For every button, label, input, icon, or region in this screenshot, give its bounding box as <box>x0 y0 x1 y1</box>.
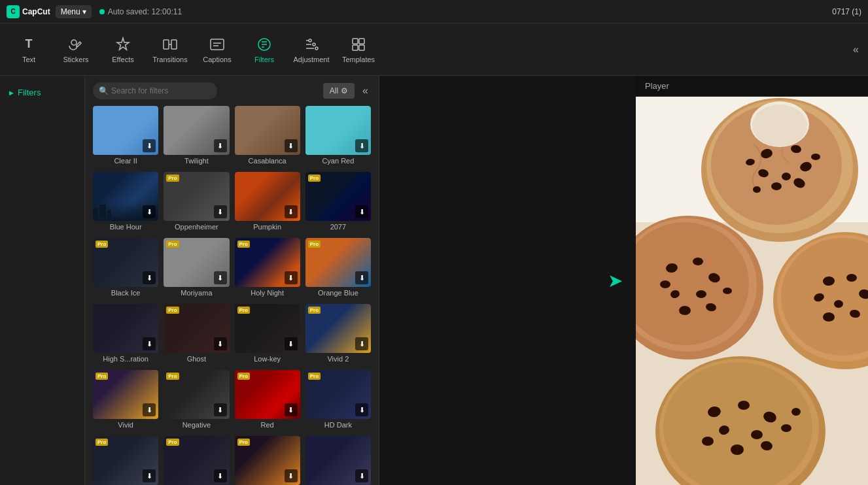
filter-card-row5b[interactable]: Pro ⬇ <box>164 436 229 485</box>
download-moriyama[interactable]: ⬇ <box>214 271 227 284</box>
search-input[interactable] <box>93 82 217 99</box>
filter-card-pumpkin[interactable]: ⬇ Pumpkin <box>235 172 300 233</box>
svg-point-35 <box>696 290 706 298</box>
adjustment-icon <box>303 36 320 53</box>
tool-templates[interactable]: Templates <box>336 27 381 72</box>
filter-card-cyan-red[interactable]: ⬇ Cyan Red <box>305 106 371 167</box>
filter-card-row5a[interactable]: Pro ⬇ <box>93 436 158 485</box>
svg-point-20 <box>782 173 791 180</box>
download-red[interactable]: ⬇ <box>285 403 298 416</box>
transitions-icon <box>162 36 179 53</box>
filter-card-high-sat[interactable]: ⬇ High S...ration <box>93 304 158 365</box>
filter-label-ghost: Ghost <box>164 353 229 365</box>
pro-badge-orange-blue: Pro <box>308 241 321 248</box>
cursor-pointer: ➤ <box>608 270 623 292</box>
svg-point-5 <box>309 39 311 42</box>
tool-transitions[interactable]: Transitions <box>148 27 192 72</box>
filter-card-holy-night[interactable]: Pro ⬇ Holy Night <box>235 238 300 299</box>
filter-card-black-ice[interactable]: Pro ⬇ Black Ice <box>93 238 158 299</box>
filter-label-clear-ii: Clear II <box>93 155 158 167</box>
pro-badge-red: Pro <box>237 373 250 380</box>
pro-badge-oppenheimer: Pro <box>166 175 179 182</box>
menu-button[interactable]: Menu ▾ <box>56 5 92 18</box>
pro-badge-holy-night: Pro <box>237 241 250 248</box>
tool-stickers[interactable]: Stickers <box>54 27 98 72</box>
capcut-icon: C <box>7 5 20 18</box>
download-ghost[interactable]: ⬇ <box>214 337 227 350</box>
filter-label-vivid2: Vivid 2 <box>305 353 371 365</box>
filter-card-orange-blue[interactable]: Pro ⬇ Orange Blue <box>305 238 371 299</box>
download-high-sat[interactable]: ⬇ <box>143 337 156 350</box>
filter-card-clear-ii[interactable]: ⬇ Clear II <box>93 106 158 167</box>
download-vivid[interactable]: ⬇ <box>143 403 156 416</box>
tool-adjustment[interactable]: Adjustment <box>289 27 334 72</box>
top-bar: C CapCut Menu ▾ Auto saved: 12:00:11 071… <box>0 0 868 24</box>
download-low-key[interactable]: ⬇ <box>285 337 298 350</box>
player-header: Player <box>636 76 868 97</box>
filter-label-red: Red <box>235 419 300 431</box>
autosave-dot <box>99 9 105 14</box>
tool-captions[interactable]: Captions <box>195 27 239 72</box>
filter-row-6: Pro ⬇ Pro ⬇ Pro ⬇ <box>93 436 371 485</box>
filter-label-cyan-red: Cyan Red <box>305 155 371 167</box>
tool-text[interactable]: T Text <box>7 27 51 72</box>
filter-card-casablanca[interactable]: ⬇ Casablanca <box>235 106 300 167</box>
toolbar: T Text Stickers Effects Transit <box>0 24 868 76</box>
download-black-ice[interactable]: ⬇ <box>143 271 156 284</box>
filter-label-orange-blue: Orange Blue <box>305 287 371 299</box>
filter-card-blue-hour[interactable]: ⬇ Blue Hour <box>93 172 158 233</box>
pro-badge-low-key: Pro <box>237 307 250 314</box>
download-twilight[interactable]: ⬇ <box>214 139 227 152</box>
svg-point-39 <box>723 288 732 294</box>
filter-card-low-key[interactable]: Pro ⬇ Low-key <box>235 304 300 365</box>
filter-all-button[interactable]: All ⚙ <box>323 83 355 99</box>
collapse-panel-button[interactable]: « <box>360 82 371 99</box>
svg-point-57 <box>751 430 763 439</box>
filter-card-negative[interactable]: Pro ⬇ Negative <box>164 370 229 431</box>
filter-card-row5c[interactable]: Pro ⬇ <box>235 436 300 485</box>
download-row5a[interactable]: ⬇ <box>143 469 156 482</box>
download-row5c[interactable]: ⬇ <box>285 469 298 482</box>
filter-label-hd-dark: HD Dark <box>305 419 371 431</box>
download-row5d[interactable]: ⬇ <box>355 469 368 482</box>
filter-card-hd-dark[interactable]: Pro ⬇ HD Dark <box>305 370 371 431</box>
filter-row-4: ⬇ High S...ration Pro ⬇ Ghost Pro ⬇ <box>93 304 371 365</box>
filter-card-row5d[interactable]: ⬇ <box>305 436 371 485</box>
sidebar-arrow: ▶ <box>9 90 14 96</box>
filter-card-oppenheimer[interactable]: Pro ⬇ Oppenheimer <box>164 172 229 233</box>
tool-effects[interactable]: Effects <box>101 27 145 72</box>
filter-row-1: ⬇ Clear II ⬇ Twilight ⬇ Casablanca <box>93 106 371 167</box>
download-hd-dark[interactable]: ⬇ <box>355 403 368 416</box>
filter-card-vivid2[interactable]: Pro ⬇ Vivid 2 <box>305 304 371 365</box>
download-blue-hour[interactable]: ⬇ <box>143 205 156 218</box>
collapse-toolbar-button[interactable]: « <box>850 41 861 58</box>
download-orange-blue[interactable]: ⬇ <box>355 271 368 284</box>
filter-card-red[interactable]: Pro ⬇ Red <box>235 370 300 431</box>
download-row5b[interactable]: ⬇ <box>214 469 227 482</box>
download-pumpkin[interactable]: ⬇ <box>285 205 298 218</box>
filter-card-vivid[interactable]: Pro ⬇ Vivid <box>93 370 158 431</box>
templates-icon <box>350 36 367 53</box>
filter-card-ghost[interactable]: Pro ⬇ Ghost <box>164 304 229 365</box>
download-2077[interactable]: ⬇ <box>355 205 368 218</box>
download-negative[interactable]: ⬇ <box>214 403 227 416</box>
download-cyan-red[interactable]: ⬇ <box>355 139 368 152</box>
filter-card-2077[interactable]: Pro ⬇ 2077 <box>305 172 371 233</box>
filter-card-twilight[interactable]: ⬇ Twilight <box>164 106 229 167</box>
download-vivid2[interactable]: ⬇ <box>355 337 368 350</box>
filter-label-pumpkin: Pumpkin <box>235 221 300 233</box>
filter-card-moriyama[interactable]: Pro ⬇ Moriyama <box>164 238 229 299</box>
svg-point-0 <box>71 40 77 45</box>
svg-point-49 <box>823 312 835 322</box>
svg-point-25 <box>811 154 820 160</box>
player-content <box>636 97 868 485</box>
tool-filters[interactable]: Filters <box>242 27 286 72</box>
sidebar-item-filters[interactable]: ▶ Filters <box>0 82 84 103</box>
download-holy-night[interactable]: ⬇ <box>285 271 298 284</box>
download-casablanca[interactable]: ⬇ <box>285 139 298 152</box>
download-clear-ii[interactable]: ⬇ <box>143 139 156 152</box>
filter-label-high-sat: High S...ration <box>93 353 158 365</box>
download-oppenheimer[interactable]: ⬇ <box>214 205 227 218</box>
search-icon: 🔍 <box>99 86 109 95</box>
pro-badge-moriyama: Pro <box>166 241 179 248</box>
